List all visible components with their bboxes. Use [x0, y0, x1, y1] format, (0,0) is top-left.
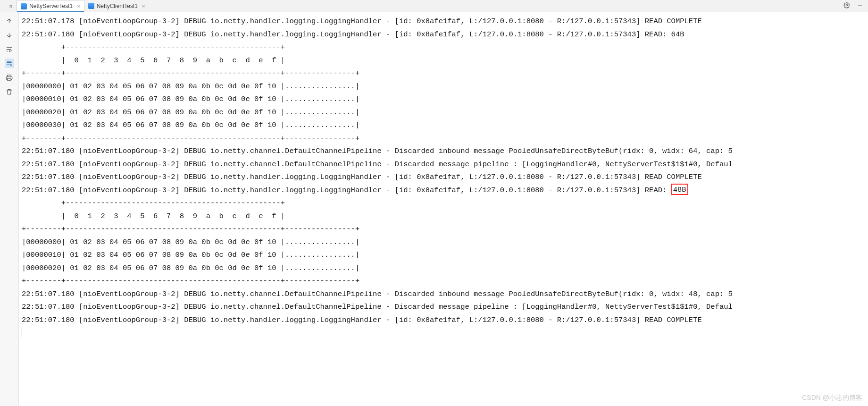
tabs-prefix: n:	[9, 0, 17, 12]
log-line: 22:51:07.180 [nioEventLoopGroup-3-2] DEB…	[22, 171, 864, 184]
close-icon[interactable]: ×	[142, 3, 145, 9]
log-line: |00000020| 01 02 03 04 05 06 07 08 09 0a…	[22, 262, 864, 275]
svg-point-0	[846, 4, 848, 6]
log-line: |00000000| 01 02 03 04 05 06 07 08 09 0a…	[22, 236, 864, 249]
log-line: 22:51:07.180 [nioEventLoopGroup-3-2] DEB…	[22, 28, 864, 42]
log-line: 22:51:07.178 [nioEventLoopGroup-3-2] DEB…	[22, 15, 864, 28]
titlebar-right	[843, 0, 868, 12]
log-line: +--------+------------------------------…	[22, 275, 864, 288]
log-line: +---------------------------------------…	[22, 197, 864, 210]
log-line: 22:51:07.180 [nioEventLoopGroup-3-2] DEB…	[22, 314, 864, 327]
log-line: |00000030| 01 02 03 04 05 06 07 08 09 0a…	[22, 119, 864, 132]
log-line: +--------+------------------------------…	[22, 132, 864, 145]
log-line: | 0 1 2 3 4 5 6 7 8 9 a b c d e f |	[22, 54, 864, 68]
arrow-up-icon[interactable]	[5, 16, 14, 25]
minimize-icon[interactable]	[857, 2, 863, 10]
log-line: | 0 1 2 3 4 5 6 7 8 9 a b c d e f |	[22, 210, 864, 223]
gear-icon[interactable]	[843, 2, 850, 10]
log-line: 22:51:07.180 [nioEventLoopGroup-3-2] DEB…	[22, 158, 864, 171]
arrow-down-icon[interactable]	[5, 30, 14, 40]
scroll-end-icon[interactable]	[5, 59, 14, 68]
log-line: +---------------------------------------…	[22, 41, 864, 54]
run-config-icon	[88, 3, 94, 9]
tab-netty-client[interactable]: NettyClientTest1 ×	[84, 0, 149, 12]
log-line: 22:51:07.180 [nioEventLoopGroup-3-2] DEB…	[22, 145, 864, 158]
tab-label: NettyClientTest1	[97, 3, 138, 9]
console-output[interactable]: 22:51:07.178 [nioEventLoopGroup-3-2] DEB…	[19, 12, 868, 406]
tab-netty-server[interactable]: NettyServerTest1 ×	[17, 0, 84, 12]
log-line: 22:51:07.180 [nioEventLoopGroup-3-2] DEB…	[22, 301, 864, 314]
highlight-read-size: 48B	[671, 184, 688, 195]
caret-icon	[22, 329, 22, 337]
log-line: |00000010| 01 02 03 04 05 06 07 08 09 0a…	[22, 249, 864, 262]
log-line	[22, 327, 864, 340]
log-line: 22:51:07.180 [nioEventLoopGroup-3-2] DEB…	[22, 288, 864, 301]
soft-wrap-icon[interactable]	[5, 44, 14, 54]
log-line: |00000000| 01 02 03 04 05 06 07 08 09 0a…	[22, 80, 864, 93]
log-line: +--------+------------------------------…	[22, 67, 864, 80]
trash-icon[interactable]	[5, 87, 14, 96]
run-config-icon	[21, 3, 27, 9]
console-gutter	[0, 12, 19, 406]
log-line: |00000010| 01 02 03 04 05 06 07 08 09 0a…	[22, 93, 864, 106]
close-icon[interactable]: ×	[77, 3, 80, 9]
tab-label: NettyServerTest1	[29, 3, 73, 9]
run-tabs-bar: n: NettyServerTest1 × NettyClientTest1 ×	[0, 0, 868, 12]
print-icon[interactable]	[5, 73, 14, 82]
log-line: +--------+------------------------------…	[22, 223, 864, 236]
log-line: 22:51:07.180 [nioEventLoopGroup-3-2] DEB…	[22, 184, 864, 197]
log-line: |00000020| 01 02 03 04 05 06 07 08 09 0a…	[22, 106, 864, 119]
